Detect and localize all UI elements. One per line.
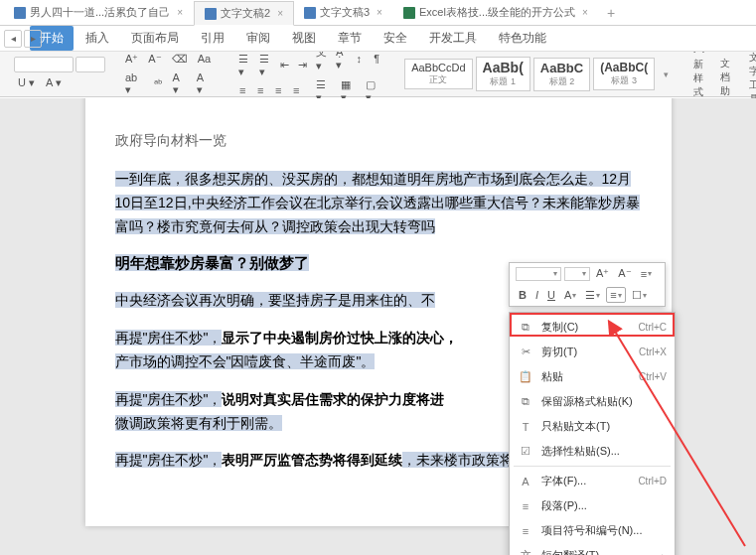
ctx-paste-special[interactable]: ☑ 选择性粘贴(S)... [510, 439, 675, 464]
change-case-button[interactable]: Aa [194, 51, 215, 68]
copy-icon: ⧉ [518, 321, 533, 335]
doc-icon [14, 7, 26, 19]
tab-doc-2[interactable]: 文字文稿2 × [194, 1, 294, 26]
ribbon-menu: ◂ ▸ 开始 插入 页面布局 引用 审阅 视图 章节 安全 开发工具 特色功能 [0, 26, 756, 52]
tab-label: 文字文稿2 [221, 6, 270, 21]
mini-font-dropdown[interactable]: ▾ [516, 267, 561, 281]
page-title: 政府导向材料一览 [115, 132, 642, 150]
paste-icon: 📋 [518, 370, 533, 384]
menu-insert[interactable]: 插入 [76, 26, 119, 51]
ctx-cut[interactable]: ✂ 剪切(T) Ctrl+X [510, 340, 675, 364]
mini-decrease-font[interactable]: A⁻ [615, 266, 634, 281]
menu-back[interactable]: ◂ [4, 30, 22, 48]
context-menu: ⧉ 复制(C) Ctrl+C ✂ 剪切(T) Ctrl+X 📋 粘贴 Ctrl+… [509, 312, 676, 555]
menu-chapter[interactable]: 章节 [328, 26, 372, 51]
font-icon: A [518, 475, 533, 488]
ctx-paste-text-only[interactable]: T 只粘贴文本(T) [510, 414, 675, 439]
menu-developer[interactable]: 开发工具 [419, 26, 487, 51]
document-tab-bar: 男人四十一道...活累负了自己 × 文字文稿2 × 文字文稿3 × Excel表… [0, 0, 756, 26]
tab-doc-3[interactable]: 文字文稿3 × [294, 1, 393, 24]
highlight-button[interactable]: ab ▾ [121, 69, 148, 98]
font-effects-2-button[interactable]: A ▾ [193, 69, 215, 98]
tab-excel-1[interactable]: Excel表格技...级全能的开方公式 × [393, 1, 599, 24]
ctx-paste[interactable]: 📋 粘贴 Ctrl+V [510, 364, 675, 389]
ctx-paste-keep-format[interactable]: ⧉ 保留源格式粘贴(K) [510, 389, 675, 414]
close-icon[interactable]: × [582, 7, 588, 18]
align-left-button[interactable]: ≡ [234, 82, 250, 98]
styles-more-button[interactable]: ▾ [658, 67, 674, 82]
cut-icon: ✂ [518, 346, 533, 359]
align-justify-button[interactable]: ≡ [288, 82, 304, 98]
style-normal[interactable]: AaBbCcDd 正文 [404, 59, 472, 89]
close-icon[interactable]: × [377, 7, 382, 18]
tab-label: 男人四十一道...活累负了自己 [30, 5, 170, 20]
font-size-dropdown[interactable] [76, 57, 105, 72]
style-heading1[interactable]: AaBb( 标题 1 [476, 57, 530, 91]
increase-font-button[interactable]: A⁺ [121, 51, 142, 68]
bullet-list-button[interactable]: ☰ ▾ [234, 51, 253, 80]
font-effects-button[interactable]: A ▾ [169, 69, 191, 98]
menu-review[interactable]: 审阅 [236, 26, 280, 51]
menu-forward[interactable]: ▸ [24, 30, 42, 48]
paragraph-icon: ≡ [518, 499, 533, 513]
paste-special-icon: ☑ [518, 445, 533, 459]
ctx-bullets-numbering[interactable]: ≡ 项目符号和编号(N)... [510, 518, 675, 543]
tab-doc-1[interactable]: 男人四十一道...活累负了自己 × [4, 1, 194, 24]
mini-highlight[interactable]: ☰▾ [582, 288, 603, 303]
numbering-icon: ≡ [518, 524, 533, 538]
menu-safety[interactable]: 安全 [374, 26, 417, 51]
close-icon[interactable]: × [277, 8, 283, 19]
doc-icon [304, 7, 316, 19]
mini-shading[interactable]: ☐▾ [629, 288, 650, 303]
chevron-right-icon: ▸ [662, 551, 667, 556]
decrease-font-button[interactable]: A⁻ [144, 51, 165, 68]
style-heading2[interactable]: AaBbC 标题 2 [533, 58, 590, 91]
outdent-button[interactable]: ⇤ [276, 51, 292, 80]
menu-references[interactable]: 引用 [191, 26, 234, 51]
paste-text-icon: T [518, 420, 533, 434]
add-tab-button[interactable]: + [599, 5, 623, 21]
translate-icon: 文 [518, 549, 533, 556]
excel-icon [403, 7, 415, 19]
indent-button[interactable]: ⇥ [294, 51, 310, 80]
menu-features[interactable]: 特色功能 [489, 26, 556, 51]
underline-button[interactable]: U ▾ [14, 74, 39, 91]
mini-italic[interactable]: I [532, 288, 541, 302]
mini-font-color[interactable]: A▾ [561, 288, 579, 302]
ctx-translate[interactable]: 文 短句翻译(T) ▸ [510, 543, 675, 555]
align-center-button[interactable]: ≡ [252, 82, 268, 98]
paste-format-icon: ⧉ [518, 395, 533, 409]
mini-list-dropdown[interactable]: ≡▾ [638, 267, 655, 281]
align-right-button[interactable]: ≡ [270, 82, 286, 98]
close-icon[interactable]: × [177, 7, 183, 18]
doc-icon [205, 8, 217, 20]
style-heading3[interactable]: (AaBbC( 标题 3 [593, 58, 655, 90]
mini-align[interactable]: ≡▾ [606, 287, 625, 303]
tab-label: 文字文稿3 [320, 5, 370, 20]
mini-bold[interactable]: B [516, 288, 529, 302]
tab-label: Excel表格技...级全能的开方公式 [419, 5, 575, 20]
number-list-button[interactable]: ☰ ▾ [255, 51, 274, 80]
ribbon-toolbar: U ▾ A ▾ A⁺ A⁻ ⌫ Aa ab ▾ ᵃᵇ A ▾ A ▾ ☰ ▾ [0, 52, 756, 97]
mini-size-dropdown[interactable]: ▾ [564, 267, 590, 281]
clear-format-button[interactable]: ⌫ [168, 51, 192, 68]
menu-view[interactable]: 视图 [282, 26, 326, 51]
font-name-dropdown[interactable] [14, 57, 74, 72]
ctx-copy[interactable]: ⧉ 复制(C) Ctrl+C [510, 315, 675, 340]
ctx-font[interactable]: A 字体(F)... Ctrl+D [510, 469, 675, 493]
menu-pagelayout[interactable]: 页面布局 [121, 26, 189, 51]
mini-underline[interactable]: U [544, 288, 558, 302]
paragraph: 一到年底，很多想买房的、没买房的，都想知道明年房地产市场到底会怎么走。12月10… [115, 168, 642, 238]
strikethrough-button[interactable]: ᵃᵇ [150, 69, 166, 98]
ctx-paragraph[interactable]: ≡ 段落(P)... [510, 493, 675, 518]
mini-increase-font[interactable]: A⁺ [593, 266, 612, 281]
font-color-button[interactable]: A ▾ [42, 74, 66, 91]
mini-format-toolbar: ▾ ▾ A⁺ A⁻ ≡▾ B I U A▾ ☰▾ ≡▾ ☐▾ [509, 262, 666, 307]
ctx-separator [514, 466, 671, 467]
